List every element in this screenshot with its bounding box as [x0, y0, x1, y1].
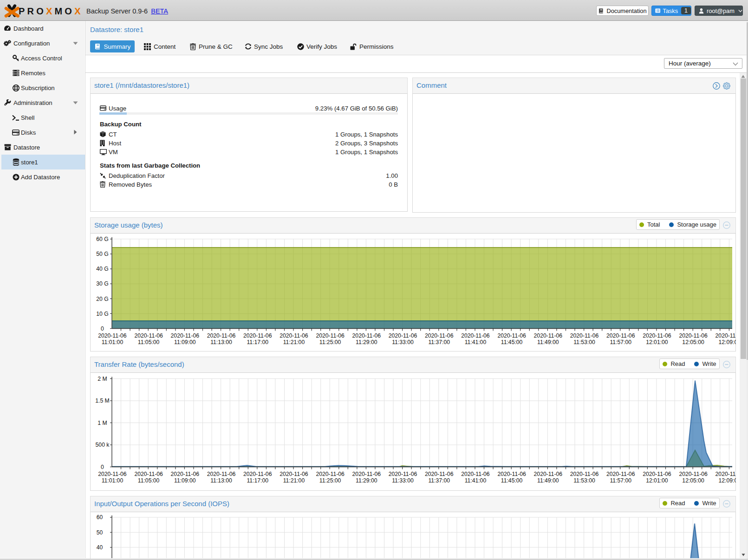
svg-text:2020-11-06: 2020-11-06 — [171, 471, 200, 477]
svg-text:2020-11-06: 2020-11-06 — [389, 332, 417, 339]
svg-text:2020-11-06: 2020-11-06 — [316, 332, 345, 339]
svg-text:11:37:00: 11:37:00 — [428, 339, 450, 345]
svg-text:12:01:00: 12:01:00 — [646, 339, 668, 345]
svg-text:2020-11-06: 2020-11-06 — [425, 332, 454, 339]
svg-text:2020-11-06: 2020-11-06 — [134, 332, 163, 339]
svg-text:11:57:00: 11:57:00 — [610, 477, 631, 484]
svg-text:2020-11-06: 2020-11-06 — [643, 332, 671, 339]
svg-text:40 G: 40 G — [96, 266, 108, 272]
svg-text:11:25:00: 11:25:00 — [319, 339, 341, 345]
svg-text:2020-11-06: 2020-11-06 — [534, 471, 563, 477]
svg-text:60 G: 60 G — [96, 236, 108, 242]
svg-text:11:53:00: 11:53:00 — [573, 477, 595, 484]
svg-text:2020-11-06: 2020-11-06 — [134, 471, 163, 477]
svg-text:11:45:00: 11:45:00 — [501, 339, 523, 345]
svg-text:2020-11-06: 2020-11-06 — [280, 332, 308, 339]
svg-text:11:57:00: 11:57:00 — [610, 339, 631, 345]
svg-text:11:41:00: 11:41:00 — [465, 339, 487, 345]
svg-text:40: 40 — [97, 544, 103, 550]
svg-text:11:17:00: 11:17:00 — [247, 339, 268, 345]
svg-text:12:01:00: 12:01:00 — [646, 477, 668, 484]
svg-text:11:21:00: 11:21:00 — [283, 339, 305, 345]
svg-text:2020-11-06: 2020-11-06 — [98, 332, 127, 339]
svg-text:2020-11-06: 2020-11-06 — [715, 471, 736, 477]
svg-text:2020-11-06: 2020-11-06 — [207, 332, 236, 339]
svg-text:12:09:00: 12:09:00 — [719, 339, 736, 345]
svg-text:2020-11-06: 2020-11-06 — [425, 471, 454, 477]
svg-text:11:45:00: 11:45:00 — [501, 477, 523, 484]
svg-text:1 M: 1 M — [98, 419, 107, 426]
svg-text:2020-11-06: 2020-11-06 — [497, 471, 526, 477]
svg-text:2020-11-06: 2020-11-06 — [171, 332, 200, 339]
svg-text:30 G: 30 G — [96, 280, 108, 287]
svg-text:11:33:00: 11:33:00 — [392, 339, 414, 345]
svg-text:2020-11-06: 2020-11-06 — [207, 471, 236, 477]
svg-text:2020-11-06: 2020-11-06 — [715, 332, 736, 339]
svg-text:11:29:00: 11:29:00 — [356, 477, 377, 484]
svg-text:2020-11-06: 2020-11-06 — [606, 471, 635, 477]
svg-text:12:05:00: 12:05:00 — [682, 477, 704, 484]
svg-text:20 G: 20 G — [96, 295, 108, 302]
svg-text:2020-11-06: 2020-11-06 — [497, 332, 526, 339]
svg-text:2020-11-06: 2020-11-06 — [643, 471, 671, 477]
svg-text:50 G: 50 G — [96, 251, 108, 257]
svg-text:50: 50 — [97, 529, 103, 535]
svg-text:2020-11-06: 2020-11-06 — [570, 332, 599, 339]
svg-text:0: 0 — [101, 325, 104, 332]
svg-text:11:49:00: 11:49:00 — [537, 477, 559, 484]
svg-text:2020-11-06: 2020-11-06 — [243, 332, 272, 339]
svg-text:11:05:00: 11:05:00 — [138, 477, 160, 484]
svg-text:2020-11-06: 2020-11-06 — [461, 332, 490, 339]
svg-text:2020-11-06: 2020-11-06 — [98, 471, 127, 477]
svg-text:11:49:00: 11:49:00 — [537, 339, 559, 345]
svg-text:1.5 M: 1.5 M — [95, 397, 109, 404]
svg-text:2020-11-06: 2020-11-06 — [606, 332, 635, 339]
svg-text:2020-11-06: 2020-11-06 — [316, 471, 345, 477]
svg-text:11:01:00: 11:01:00 — [102, 477, 124, 484]
svg-text:0: 0 — [101, 463, 104, 470]
svg-text:2 M: 2 M — [98, 375, 107, 382]
svg-text:11:05:00: 11:05:00 — [138, 339, 160, 345]
svg-text:11:41:00: 11:41:00 — [465, 477, 487, 484]
svg-text:12:05:00: 12:05:00 — [682, 339, 704, 345]
svg-text:2020-11-06: 2020-11-06 — [352, 471, 381, 477]
svg-text:11:09:00: 11:09:00 — [174, 477, 196, 484]
svg-text:2020-11-06: 2020-11-06 — [243, 471, 272, 477]
svg-text:12:09:00: 12:09:00 — [719, 477, 736, 484]
svg-text:11:25:00: 11:25:00 — [319, 477, 341, 484]
svg-text:11:33:00: 11:33:00 — [392, 477, 414, 484]
svg-text:2020-11-06: 2020-11-06 — [679, 332, 708, 339]
svg-text:11:01:00: 11:01:00 — [102, 339, 124, 345]
svg-text:60: 60 — [97, 514, 103, 521]
svg-text:11:37:00: 11:37:00 — [428, 477, 450, 484]
svg-text:500 k: 500 k — [96, 442, 110, 448]
svg-text:11:21:00: 11:21:00 — [283, 477, 305, 484]
svg-text:11:17:00: 11:17:00 — [247, 477, 268, 484]
svg-text:11:13:00: 11:13:00 — [210, 339, 232, 345]
svg-text:11:13:00: 11:13:00 — [210, 477, 232, 484]
svg-text:2020-11-06: 2020-11-06 — [534, 332, 563, 339]
svg-text:2020-11-06: 2020-11-06 — [461, 471, 490, 477]
svg-text:2020-11-06: 2020-11-06 — [389, 471, 417, 477]
svg-text:2020-11-06: 2020-11-06 — [352, 332, 381, 339]
svg-text:10 G: 10 G — [96, 310, 108, 317]
svg-text:2020-11-06: 2020-11-06 — [679, 471, 708, 477]
svg-text:11:29:00: 11:29:00 — [356, 339, 377, 345]
svg-text:11:53:00: 11:53:00 — [573, 339, 595, 345]
svg-text:2020-11-06: 2020-11-06 — [280, 471, 308, 477]
svg-text:11:09:00: 11:09:00 — [174, 339, 196, 345]
svg-text:2020-11-06: 2020-11-06 — [570, 471, 599, 477]
